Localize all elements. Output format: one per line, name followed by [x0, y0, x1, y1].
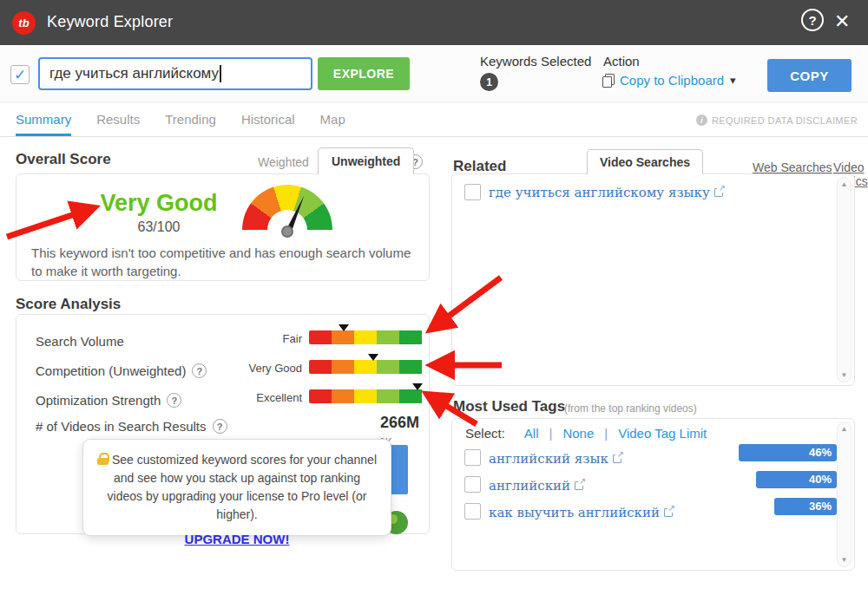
scroll-down-icon[interactable]: ▼ [838, 371, 851, 379]
keywords-selected-label: Keywords Selected [480, 54, 591, 69]
tag-item[interactable]: английский язык [489, 451, 622, 467]
gauge-hub [281, 226, 293, 238]
optimization-scale-bar [309, 389, 422, 403]
keywords-selected-count-badge: 1 [480, 73, 498, 91]
most-used-tags-heading: Most Used Tags [453, 398, 565, 415]
select-none-link[interactable]: None [562, 426, 594, 441]
external-link-icon[interactable] [714, 187, 724, 197]
competition-rating: Very Good [172, 362, 302, 375]
search-toolbar: ✓ где учиться английскому EXPLORE Keywor… [0, 45, 868, 102]
main-tab-bar: Summary Results Trending Historical Map … [0, 102, 868, 137]
search-volume-scale-bar [309, 330, 422, 344]
tag-usage-bar: 36% [774, 498, 837, 515]
tab-historical[interactable]: Historical [241, 102, 295, 136]
tag-usage-bar: 40% [756, 471, 837, 488]
overall-score-heading: Overall Score [16, 151, 111, 168]
most-used-tags-panel: Select: All | None | Video Tag Limit анг… [451, 418, 855, 571]
competition-scale-bar [309, 360, 422, 374]
tag-checkbox[interactable] [464, 476, 481, 493]
check-icon: ✓ [14, 66, 26, 84]
tab-map[interactable]: Map [320, 102, 345, 136]
tab-trending[interactable]: Trending [165, 102, 216, 136]
related-item-checkbox[interactable] [464, 184, 481, 200]
tag-usage-bar: 46% [739, 444, 837, 461]
help-icon[interactable]: ? [801, 9, 824, 31]
videos-in-results-value: 266M [303, 414, 419, 432]
score-gauge [242, 185, 332, 235]
score-value: 63/100 [67, 219, 251, 235]
upgrade-popup: See customized keyword scores for your c… [82, 439, 391, 536]
titlebar: tb Keyword Explorer ? ✕ [0, 0, 868, 45]
videos-in-results-label: # of Videos in Search Results ? [36, 419, 227, 434]
video-tag-limit-link[interactable]: Video Tag Limit [618, 426, 707, 441]
scale-marker-icon [368, 354, 378, 361]
related-item-link[interactable]: где учиться английскому языку [489, 185, 710, 200]
overall-score-panel: Very Good 63/100 This keyword isn't too … [16, 173, 430, 281]
hidden-chart-bar-blue [390, 445, 408, 494]
tab-weighted[interactable]: Weighted [258, 155, 309, 169]
required-data-disclaimer[interactable]: i REQUIRED DATA DISCLAIMER [696, 114, 858, 126]
related-item[interactable]: где учиться английскому языку [489, 185, 724, 200]
tag-checkbox[interactable] [464, 503, 481, 520]
copy-button[interactable]: COPY [767, 59, 852, 92]
disclaimer-label: REQUIRED DATA DISCLAIMER [712, 115, 858, 126]
related-scrollbar[interactable]: ▲ ▼ [837, 177, 852, 382]
action-label: Action [603, 54, 640, 69]
scale-marker-icon [412, 383, 423, 390]
window-title: Keyword Explorer [47, 13, 173, 31]
score-description: This keyword isn't too competitive and h… [31, 244, 420, 280]
external-link-icon[interactable] [664, 507, 674, 517]
summary-content: Overall Score Weighted Unweighted ? Very… [0, 137, 868, 608]
keyword-explorer-window: tb Keyword Explorer ? ✕ ✓ где учиться ан… [0, 0, 868, 608]
tags-scrollbar[interactable]: ▲ ▼ [837, 422, 852, 567]
close-icon[interactable]: ✕ [834, 10, 850, 33]
upgrade-now-link[interactable]: UPGRADE NOW! [185, 532, 290, 546]
optimization-rating: Excellent [172, 391, 302, 404]
external-link-icon[interactable] [575, 481, 584, 490]
keyword-checkbox[interactable]: ✓ [10, 65, 30, 84]
related-heading: Related [453, 158, 506, 175]
select-all-link[interactable]: All [524, 426, 539, 441]
tab-summary[interactable]: Summary [16, 102, 71, 136]
search-input-value: где учиться английскому [49, 65, 219, 82]
upgrade-message: See customized keyword scores for your c… [108, 453, 377, 521]
scroll-up-icon[interactable]: ▲ [838, 180, 851, 188]
tag-item[interactable]: как выучить английский [489, 505, 674, 520]
tab-unweighted[interactable]: Unweighted [318, 147, 414, 174]
tag-checkbox[interactable] [464, 449, 481, 466]
search-volume-label: Search Volume [36, 334, 124, 349]
score-analysis-heading: Score Analysis [16, 296, 121, 313]
scroll-down-icon[interactable]: ▼ [838, 556, 851, 564]
optimization-strength-label: Optimization Strength ? [36, 393, 181, 408]
text-cursor [220, 65, 221, 82]
tubebuddy-logo-icon: tb [12, 11, 36, 35]
tab-results[interactable]: Results [96, 102, 140, 136]
related-panel: где учиться английскому языку ▲ ▼ [451, 173, 855, 386]
lock-icon [97, 454, 109, 465]
select-label: Select: [465, 426, 505, 441]
explore-button[interactable]: EXPLORE [318, 57, 410, 90]
copy-action-label: Copy to Clipboard [620, 73, 724, 88]
chevron-down-icon: ▾ [730, 74, 736, 87]
most-used-tags-subtitle: (from the top ranking videos) [564, 402, 697, 415]
info-icon: i [696, 114, 707, 126]
tag-select-row: Select: All | None | Video Tag Limit [465, 426, 707, 441]
copy-to-clipboard-dropdown[interactable]: Copy to Clipboard ▾ [602, 73, 736, 88]
tag-item[interactable]: английский [489, 478, 584, 494]
tab-video-searches[interactable]: Video Searches [587, 149, 703, 174]
keyword-search-input[interactable]: где учиться английскому [38, 57, 312, 90]
tab-web-searches[interactable]: Web Searches [753, 160, 832, 174]
clipboard-icon [602, 74, 615, 88]
external-link-icon[interactable] [613, 454, 622, 463]
videos-help-icon[interactable]: ? [213, 419, 227, 434]
scale-marker-icon [339, 324, 349, 331]
search-volume-rating: Fair [172, 332, 302, 345]
scroll-up-icon[interactable]: ▲ [838, 425, 851, 433]
score-rating-text: Very Good [67, 190, 251, 217]
